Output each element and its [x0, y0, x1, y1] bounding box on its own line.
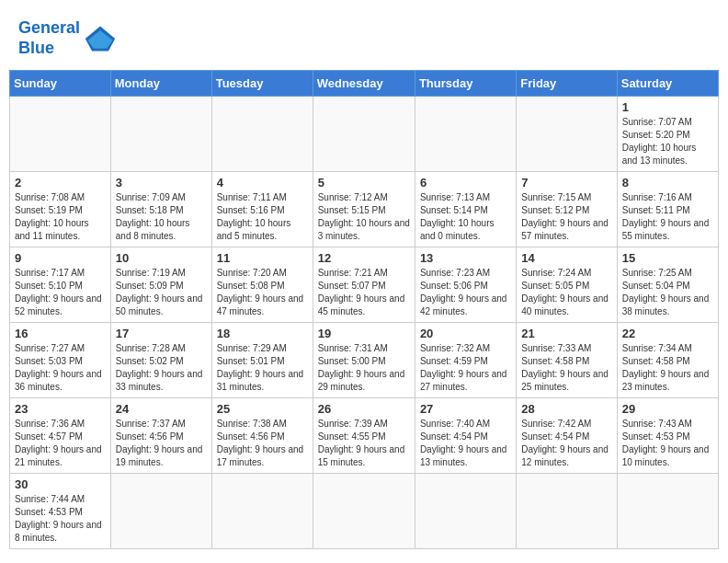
day-number: 27 — [420, 402, 511, 416]
calendar-cell: 11Sunrise: 7:20 AM Sunset: 5:08 PM Dayli… — [211, 247, 313, 323]
day-number: 16 — [15, 327, 106, 340]
logo: General Blue — [18, 18, 117, 58]
day-info: Sunrise: 7:08 AM Sunset: 5:19 PM Dayligh… — [15, 191, 106, 243]
day-number: 11 — [217, 251, 308, 265]
day-number: 30 — [15, 477, 106, 491]
calendar-cell: 3Sunrise: 7:09 AM Sunset: 5:18 PM Daylig… — [110, 172, 211, 247]
calendar-cell: 24Sunrise: 7:37 AM Sunset: 4:56 PM Dayli… — [110, 398, 211, 474]
calendar-cell: 17Sunrise: 7:28 AM Sunset: 5:02 PM Dayli… — [110, 323, 211, 398]
calendar-week-6: 30Sunrise: 7:44 AM Sunset: 4:53 PM Dayli… — [10, 474, 719, 549]
day-number: 21 — [521, 327, 611, 340]
day-number: 7 — [521, 176, 611, 190]
day-number: 3 — [116, 176, 207, 190]
day-number: 17 — [116, 327, 207, 340]
day-number: 1 — [622, 100, 713, 114]
day-number: 25 — [217, 402, 308, 416]
calendar-cell: 26Sunrise: 7:39 AM Sunset: 4:55 PM Dayli… — [313, 398, 415, 474]
day-info: Sunrise: 7:37 AM Sunset: 4:56 PM Dayligh… — [116, 418, 207, 469]
day-info: Sunrise: 7:21 AM Sunset: 5:07 PM Dayligh… — [318, 267, 410, 318]
calendar-cell — [517, 474, 617, 549]
day-number: 4 — [217, 176, 308, 190]
day-number: 26 — [318, 402, 410, 416]
day-info: Sunrise: 7:19 AM Sunset: 5:09 PM Dayligh… — [116, 267, 207, 318]
day-number: 19 — [318, 327, 410, 340]
logo-blue: Blue — [18, 39, 54, 57]
calendar-cell: 14Sunrise: 7:24 AM Sunset: 5:05 PM Dayli… — [517, 247, 617, 323]
calendar-cell: 9Sunrise: 7:17 AM Sunset: 5:10 PM Daylig… — [10, 247, 111, 323]
day-info: Sunrise: 7:28 AM Sunset: 5:02 PM Dayligh… — [116, 342, 207, 394]
calendar-table: SundayMondayTuesdayWednesdayThursdayFrid… — [9, 70, 719, 549]
calendar-cell: 22Sunrise: 7:34 AM Sunset: 4:58 PM Dayli… — [617, 323, 718, 398]
calendar-week-5: 23Sunrise: 7:36 AM Sunset: 4:57 PM Dayli… — [10, 398, 719, 474]
calendar-cell — [415, 474, 516, 549]
calendar-cell — [211, 474, 313, 549]
day-number: 8 — [622, 176, 713, 190]
weekday-header-wednesday: Wednesday — [313, 71, 415, 97]
calendar-week-1: 1Sunrise: 7:07 AM Sunset: 5:20 PM Daylig… — [10, 97, 719, 172]
calendar-cell: 12Sunrise: 7:21 AM Sunset: 5:07 PM Dayli… — [313, 247, 415, 323]
logo-general: General — [18, 18, 80, 37]
day-info: Sunrise: 7:09 AM Sunset: 5:18 PM Dayligh… — [116, 191, 207, 243]
calendar-cell — [211, 97, 313, 172]
calendar-cell — [313, 474, 415, 549]
day-info: Sunrise: 7:13 AM Sunset: 5:14 PM Dayligh… — [420, 191, 511, 243]
calendar-week-2: 2Sunrise: 7:08 AM Sunset: 5:19 PM Daylig… — [10, 172, 719, 247]
calendar-cell: 18Sunrise: 7:29 AM Sunset: 5:01 PM Dayli… — [211, 323, 313, 398]
logo-icon — [84, 22, 117, 55]
calendar-cell — [415, 97, 516, 172]
day-info: Sunrise: 7:33 AM Sunset: 4:58 PM Dayligh… — [521, 342, 611, 394]
day-number: 9 — [15, 251, 106, 265]
day-info: Sunrise: 7:16 AM Sunset: 5:11 PM Dayligh… — [622, 191, 713, 243]
logo-text: General Blue — [18, 18, 80, 58]
calendar-cell: 28Sunrise: 7:42 AM Sunset: 4:54 PM Dayli… — [517, 398, 617, 474]
calendar-cell: 19Sunrise: 7:31 AM Sunset: 5:00 PM Dayli… — [313, 323, 415, 398]
calendar-cell: 30Sunrise: 7:44 AM Sunset: 4:53 PM Dayli… — [10, 474, 111, 549]
calendar-cell — [313, 97, 415, 172]
calendar-cell: 25Sunrise: 7:38 AM Sunset: 4:56 PM Dayli… — [211, 398, 313, 474]
day-number: 24 — [116, 402, 207, 416]
day-number: 2 — [15, 176, 106, 190]
day-info: Sunrise: 7:43 AM Sunset: 4:53 PM Dayligh… — [622, 418, 713, 469]
day-info: Sunrise: 7:29 AM Sunset: 5:01 PM Dayligh… — [217, 342, 308, 394]
weekday-header-monday: Monday — [110, 71, 211, 97]
day-info: Sunrise: 7:24 AM Sunset: 5:05 PM Dayligh… — [521, 267, 611, 318]
day-number: 18 — [217, 327, 308, 340]
calendar-cell: 2Sunrise: 7:08 AM Sunset: 5:19 PM Daylig… — [10, 172, 111, 247]
weekday-header-saturday: Saturday — [617, 71, 718, 97]
day-info: Sunrise: 7:44 AM Sunset: 4:53 PM Dayligh… — [15, 493, 106, 545]
calendar-cell: 5Sunrise: 7:12 AM Sunset: 5:15 PM Daylig… — [313, 172, 415, 247]
day-info: Sunrise: 7:36 AM Sunset: 4:57 PM Dayligh… — [15, 418, 106, 469]
day-info: Sunrise: 7:32 AM Sunset: 4:59 PM Dayligh… — [420, 342, 511, 394]
day-info: Sunrise: 7:27 AM Sunset: 5:03 PM Dayligh… — [15, 342, 106, 394]
day-number: 29 — [622, 402, 713, 416]
day-info: Sunrise: 7:31 AM Sunset: 5:00 PM Dayligh… — [318, 342, 410, 394]
day-info: Sunrise: 7:15 AM Sunset: 5:12 PM Dayligh… — [521, 191, 611, 243]
calendar-cell: 10Sunrise: 7:19 AM Sunset: 5:09 PM Dayli… — [110, 247, 211, 323]
calendar-cell: 7Sunrise: 7:15 AM Sunset: 5:12 PM Daylig… — [517, 172, 617, 247]
day-number: 22 — [622, 327, 713, 340]
calendar-cell — [110, 474, 211, 549]
calendar-cell: 21Sunrise: 7:33 AM Sunset: 4:58 PM Dayli… — [517, 323, 617, 398]
day-number: 23 — [15, 402, 106, 416]
day-info: Sunrise: 7:20 AM Sunset: 5:08 PM Dayligh… — [217, 267, 308, 318]
calendar-cell: 6Sunrise: 7:13 AM Sunset: 5:14 PM Daylig… — [415, 172, 516, 247]
calendar-cell: 23Sunrise: 7:36 AM Sunset: 4:57 PM Dayli… — [10, 398, 111, 474]
day-number: 13 — [420, 251, 511, 265]
calendar-cell: 27Sunrise: 7:40 AM Sunset: 4:54 PM Dayli… — [415, 398, 516, 474]
day-info: Sunrise: 7:25 AM Sunset: 5:04 PM Dayligh… — [622, 267, 713, 318]
weekday-header-row: SundayMondayTuesdayWednesdayThursdayFrid… — [10, 71, 719, 97]
day-info: Sunrise: 7:23 AM Sunset: 5:06 PM Dayligh… — [420, 267, 511, 318]
day-info: Sunrise: 7:11 AM Sunset: 5:16 PM Dayligh… — [217, 191, 308, 243]
day-number: 12 — [318, 251, 410, 265]
calendar-cell: 8Sunrise: 7:16 AM Sunset: 5:11 PM Daylig… — [617, 172, 718, 247]
weekday-header-friday: Friday — [517, 71, 617, 97]
day-info: Sunrise: 7:12 AM Sunset: 5:15 PM Dayligh… — [318, 191, 410, 243]
day-info: Sunrise: 7:40 AM Sunset: 4:54 PM Dayligh… — [420, 418, 511, 469]
calendar-week-4: 16Sunrise: 7:27 AM Sunset: 5:03 PM Dayli… — [10, 323, 719, 398]
calendar-cell — [617, 474, 718, 549]
day-number: 5 — [318, 176, 410, 190]
weekday-header-thursday: Thursday — [415, 71, 516, 97]
calendar-cell: 1Sunrise: 7:07 AM Sunset: 5:20 PM Daylig… — [617, 97, 718, 172]
day-info: Sunrise: 7:34 AM Sunset: 4:58 PM Dayligh… — [622, 342, 713, 394]
day-number: 10 — [116, 251, 207, 265]
